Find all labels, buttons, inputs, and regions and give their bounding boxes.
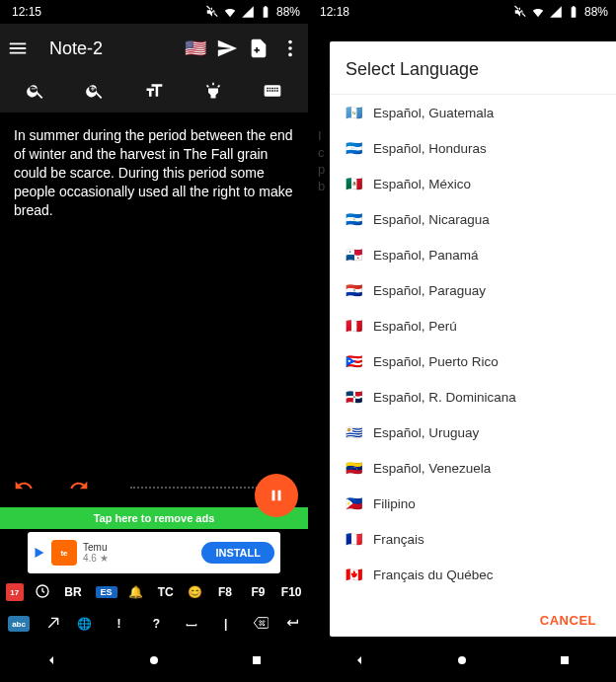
emoji-key[interactable]: 😊 <box>188 585 202 599</box>
language-item[interactable]: 🇻🇪Español, Venezuela <box>330 450 616 486</box>
language-item[interactable]: 🇩🇴Español, R. Dominicana <box>330 379 616 415</box>
install-button[interactable]: INSTALL <box>201 542 274 564</box>
language-item[interactable]: 🇨🇦Français du Québec <box>330 557 616 592</box>
language-name: Español, Puerto Rico <box>373 354 499 369</box>
space-key[interactable] <box>184 615 199 634</box>
flag-icon: 🇵🇭 <box>346 495 363 511</box>
flag-icon: 🇵🇦 <box>346 247 363 263</box>
new-note-button[interactable] <box>247 37 270 60</box>
language-item[interactable]: 🇵🇾Español, Paraguay <box>330 272 616 308</box>
flag-icon: 🇨🇦 <box>346 567 363 582</box>
language-item[interactable]: 🇬🇹Español, Guatemala <box>330 95 616 130</box>
nav-home[interactable] <box>454 652 470 672</box>
globe-icon[interactable]: 🌐 <box>77 617 92 631</box>
flag-icon: 🇻🇪 <box>346 460 363 476</box>
es-key[interactable]: ES <box>96 586 117 598</box>
nav-recent[interactable] <box>249 652 265 672</box>
dialog-actions: CANCEL <box>330 601 616 637</box>
nav-home[interactable] <box>146 652 162 672</box>
flag-icon: 🇵🇷 <box>346 353 363 369</box>
question-key[interactable]: ? <box>145 617 167 631</box>
flag-icon: 🇳🇮 <box>346 211 363 227</box>
signal-icon <box>549 5 563 19</box>
status-time: 12:18 <box>316 5 513 19</box>
flag-icon: 🇬🇹 <box>346 105 363 120</box>
cancel-button[interactable]: CANCEL <box>540 613 596 628</box>
language-item[interactable]: 🇫🇷Français <box>330 521 616 557</box>
note-title: Note-2 <box>38 38 176 59</box>
language-dialog: Select Language 🇬🇹Español, Guatemala🇭🇳Es… <box>330 41 616 637</box>
status-bar: 12:15 88% <box>0 0 308 24</box>
nav-back[interactable] <box>351 652 367 672</box>
language-name: Español, Panamá <box>373 248 479 263</box>
br-key[interactable]: BR <box>62 585 84 599</box>
clock-icon[interactable] <box>35 583 50 602</box>
flag-icon: 🇵🇾 <box>346 282 363 298</box>
svg-point-2 <box>288 53 292 57</box>
battery-percent: 88% <box>584 5 608 19</box>
flag-icon: 🇭🇳 <box>346 140 363 156</box>
keyboard-button[interactable] <box>263 81 282 105</box>
zoom-out-button[interactable] <box>26 81 45 105</box>
redo-button[interactable] <box>69 476 89 499</box>
language-name: Español, Perú <box>373 319 457 334</box>
nav-back[interactable] <box>43 652 59 672</box>
nav-bar <box>0 643 308 682</box>
flag-icon: 🇺🇾 <box>346 424 363 440</box>
language-name: Español, Venezuela <box>373 461 491 476</box>
ad-name: Temu <box>83 542 195 553</box>
svg-point-4 <box>150 656 158 664</box>
svg-point-0 <box>288 40 292 44</box>
language-flag-button[interactable]: 🇺🇸 <box>184 37 207 60</box>
language-item[interactable]: 🇵🇦Español, Panamá <box>330 237 616 272</box>
language-item[interactable]: 🇵🇷Español, Puerto Rico <box>330 343 616 379</box>
ad-logo: te <box>51 540 77 566</box>
svg-point-6 <box>458 656 466 664</box>
f8-key[interactable]: F8 <box>214 585 236 599</box>
note-text-area[interactable]: In summer during the period between the … <box>0 113 308 468</box>
calendar-icon[interactable]: 17 <box>6 583 24 601</box>
language-item[interactable]: 🇵🇭Filipino <box>330 486 616 521</box>
language-name: Français du Québec <box>373 568 494 582</box>
language-item[interactable]: 🇵🇪Español, Perú <box>330 308 616 343</box>
menu-button[interactable] <box>6 37 30 60</box>
language-name: Français <box>373 532 424 547</box>
mute-icon <box>205 5 219 19</box>
flag-icon: 🇩🇴 <box>346 389 363 405</box>
language-name: Español, R. Dominicana <box>373 390 516 405</box>
svg-rect-7 <box>561 656 569 664</box>
backspace-key[interactable] <box>253 615 269 634</box>
battery-icon <box>567 5 580 19</box>
language-name: Español, Guatemala <box>373 106 494 120</box>
pause-fab[interactable] <box>255 474 298 517</box>
bell-icon[interactable]: 🔔 <box>128 585 143 599</box>
battery-percent: 88% <box>276 5 300 19</box>
highlight-button[interactable] <box>203 81 223 105</box>
send-button[interactable] <box>215 37 239 60</box>
svg-rect-5 <box>253 656 261 664</box>
text-size-button[interactable] <box>144 81 164 105</box>
status-time: 12:15 <box>8 5 205 19</box>
exclamation-key[interactable]: ! <box>108 617 129 631</box>
language-item[interactable]: 🇭🇳Español, Honduras <box>330 130 616 166</box>
play-badge-icon <box>34 547 45 559</box>
language-name: Español, Honduras <box>373 141 487 156</box>
overflow-button[interactable] <box>278 37 302 60</box>
tc-key[interactable]: TC <box>155 585 177 599</box>
language-item[interactable]: 🇳🇮Español, Nicaragua <box>330 201 616 237</box>
language-item[interactable]: 🇺🇾Español, Uruguay <box>330 415 616 450</box>
language-list[interactable]: 🇬🇹Español, Guatemala🇭🇳Español, Honduras🇲… <box>330 95 616 601</box>
f10-key[interactable]: F10 <box>280 585 302 599</box>
arrow-up-right-icon[interactable] <box>45 615 61 634</box>
enter-key[interactable] <box>284 615 300 634</box>
abc-key[interactable]: abc <box>8 616 30 632</box>
keyboard-row-2: abc 🌐 ! ? | <box>0 608 308 640</box>
format-toolbar <box>0 73 308 113</box>
zoom-in-button[interactable] <box>85 81 105 105</box>
nav-recent[interactable] <box>557 652 573 672</box>
ad-banner[interactable]: te Temu 4.6 ★ INSTALL <box>28 532 280 573</box>
f9-key[interactable]: F9 <box>248 585 270 599</box>
undo-button[interactable] <box>14 476 34 499</box>
pipe-key[interactable]: | <box>215 617 237 631</box>
language-item[interactable]: 🇲🇽Español, México <box>330 166 616 201</box>
